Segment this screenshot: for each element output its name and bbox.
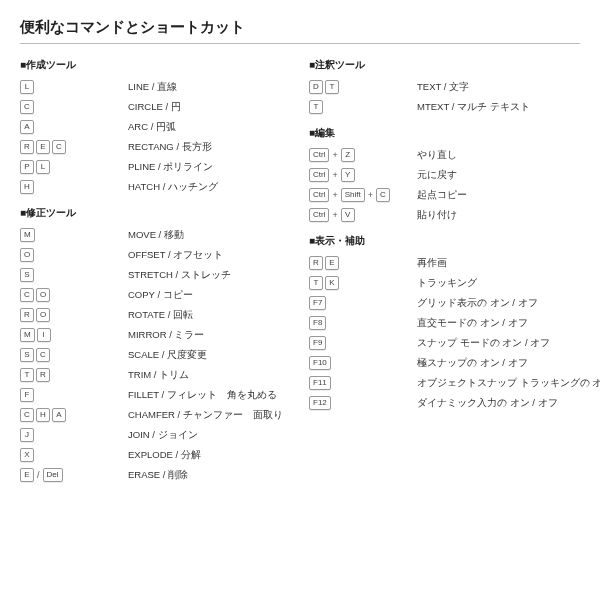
key-group: PL — [20, 160, 128, 174]
key-group: DT — [309, 80, 417, 94]
key-group: T — [309, 100, 417, 114]
plus-separator: + — [367, 190, 374, 201]
key-cap: R — [36, 368, 50, 382]
shortcut-row: XEXPLODE / 分解 — [20, 448, 291, 462]
column-left: ■作成ツールLLINE / 直線CCIRCLE / 円AARC / 円弧RECR… — [20, 54, 291, 488]
key-cap: C — [52, 140, 66, 154]
shortcut-description: PLINE / ポリライン — [128, 161, 291, 172]
shortcut-row: F12ダイナミック入力の オン / オフ — [309, 396, 580, 410]
shortcut-description: CHAMFER / チャンファー 面取り — [128, 409, 291, 420]
key-cap: R — [20, 140, 34, 154]
shortcut-description: SCALE / 尺度変更 — [128, 349, 291, 360]
key-group: J — [20, 428, 128, 442]
shortcut-row: SCSCALE / 尺度変更 — [20, 348, 291, 362]
key-group: O — [20, 248, 128, 262]
key-group: X — [20, 448, 128, 462]
shortcut-row: CCIRCLE / 円 — [20, 100, 291, 114]
shortcut-description: ROTATE / 回転 — [128, 309, 291, 320]
key-cap: O — [36, 308, 50, 322]
key-cap: Shift — [341, 188, 365, 202]
key-cap: M — [20, 228, 35, 242]
key-cap: T — [325, 80, 339, 94]
shortcut-row: JJOIN / ジョイン — [20, 428, 291, 442]
section-title: ■表示・補助 — [309, 234, 580, 248]
shortcut-description: やり直し — [417, 149, 580, 160]
shortcut-row: TRTRIM / トリム — [20, 368, 291, 382]
key-cap: F8 — [309, 316, 326, 330]
columns: ■作成ツールLLINE / 直線CCIRCLE / 円AARC / 円弧RECR… — [20, 54, 580, 488]
shortcut-description: CIRCLE / 円 — [128, 101, 291, 112]
key-group: TR — [20, 368, 128, 382]
key-cap: F11 — [309, 376, 331, 390]
plus-separator: + — [331, 170, 338, 181]
key-group: SC — [20, 348, 128, 362]
key-cap: L — [20, 80, 34, 94]
key-cap: A — [20, 120, 34, 134]
key-group: CHA — [20, 408, 128, 422]
plus-separator: + — [331, 190, 338, 201]
shortcut-row: RECRECTANG / 長方形 — [20, 140, 291, 154]
key-cap: L — [36, 160, 50, 174]
plus-separator: + — [331, 150, 338, 161]
key-cap: V — [341, 208, 355, 222]
shortcut-row: Ctrl+Shift+C起点コピー — [309, 188, 580, 202]
key-cap: S — [20, 268, 34, 282]
key-group: RE — [309, 256, 417, 270]
shortcut-description: トラッキング — [417, 277, 580, 288]
key-cap: C — [20, 288, 34, 302]
shortcut-description: 貼り付け — [417, 209, 580, 220]
slash-separator: / — [36, 470, 41, 481]
shortcut-row: OOFFSET / オフセット — [20, 248, 291, 262]
shortcut-description: ARC / 円弧 — [128, 121, 291, 132]
key-group: F8 — [309, 316, 417, 330]
shortcut-row: Ctrl+Y元に戻す — [309, 168, 580, 182]
key-cap: C — [376, 188, 390, 202]
key-cap: F10 — [309, 356, 331, 370]
key-cap: Ctrl — [309, 208, 329, 222]
key-cap: X — [20, 448, 34, 462]
shortcut-description: MIRROR / ミラー — [128, 329, 291, 340]
key-cap: Z — [341, 148, 355, 162]
key-cap: O — [20, 248, 34, 262]
section-title: ■修正ツール — [20, 206, 291, 220]
shortcut-description: グリッド表示の オン / オフ — [417, 297, 580, 308]
section-title: ■編集 — [309, 126, 580, 140]
key-cap: K — [325, 276, 339, 290]
shortcut-description: MTEXT / マルチ テキスト — [417, 101, 580, 112]
key-group: CO — [20, 288, 128, 302]
key-group: E/Del — [20, 468, 128, 482]
key-cap: Del — [43, 468, 63, 482]
shortcut-row: CHACHAMFER / チャンファー 面取り — [20, 408, 291, 422]
key-cap: D — [309, 80, 323, 94]
plus-separator: + — [331, 210, 338, 221]
key-group: F9 — [309, 336, 417, 350]
key-cap: A — [52, 408, 66, 422]
shortcut-description: JOIN / ジョイン — [128, 429, 291, 440]
key-cap: M — [20, 328, 35, 342]
key-cap: T — [309, 100, 323, 114]
shortcut-row: HHATCH / ハッチング — [20, 180, 291, 194]
shortcut-row: MMOVE / 移動 — [20, 228, 291, 242]
shortcut-row: SSTRETCH / ストレッチ — [20, 268, 291, 282]
shortcut-description: 元に戻す — [417, 169, 580, 180]
shortcut-row: F8直交モードの オン / オフ — [309, 316, 580, 330]
shortcut-row: DTTEXT / 文字 — [309, 80, 580, 94]
key-cap: H — [36, 408, 50, 422]
shortcut-row: TMTEXT / マルチ テキスト — [309, 100, 580, 114]
shortcut-description: HATCH / ハッチング — [128, 181, 291, 192]
key-cap: C — [20, 408, 34, 422]
key-cap: Ctrl — [309, 168, 329, 182]
key-cap: C — [20, 100, 34, 114]
key-cap: Y — [341, 168, 355, 182]
shortcut-description: EXPLODE / 分解 — [128, 449, 291, 460]
key-cap: R — [20, 308, 34, 322]
key-cap: E — [325, 256, 339, 270]
shortcut-row: E/DelERASE / 削除 — [20, 468, 291, 482]
key-cap: S — [20, 348, 34, 362]
key-cap: F9 — [309, 336, 326, 350]
key-group: MI — [20, 328, 128, 342]
shortcut-description: OFFSET / オフセット — [128, 249, 291, 260]
key-cap: P — [20, 160, 34, 174]
key-group: RO — [20, 308, 128, 322]
shortcut-description: FILLET / フィレット 角を丸める — [128, 389, 291, 400]
